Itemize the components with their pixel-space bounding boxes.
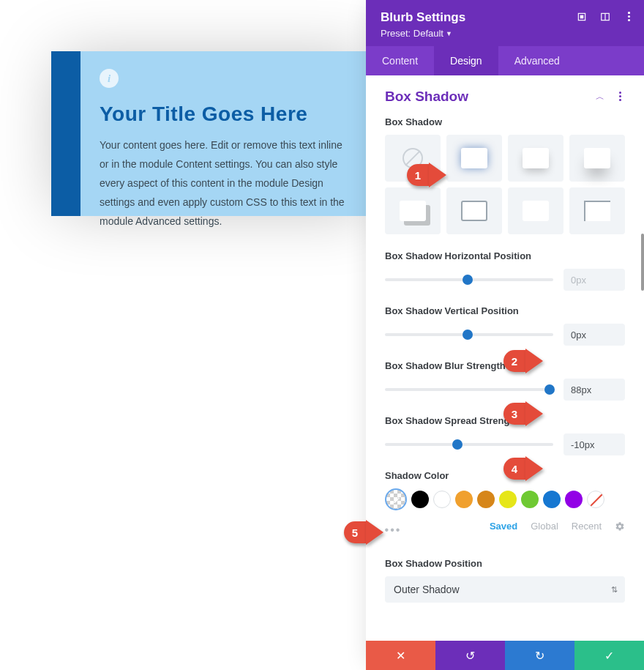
spread-label: Box Shadow Spread Strength [385, 415, 625, 426]
panel-tabs: Content Design Advanced [366, 46, 644, 75]
shadow-position-select[interactable] [385, 576, 625, 603]
tab-content[interactable]: Content [366, 46, 434, 75]
color-tab-row: Saved Global Recent [490, 521, 625, 532]
panel-header: Blurb Settings Preset: Default ▼ [366, 0, 644, 46]
horiz-pos-slider[interactable] [385, 278, 553, 281]
section-kebab-icon[interactable] [615, 92, 625, 102]
blurb-module[interactable]: Your Title Goes Here Your content goes h… [51, 51, 377, 216]
shadow-position-label: Box Shadow Position [385, 558, 625, 569]
shadow-option-2[interactable] [508, 135, 564, 182]
kebab-menu-icon[interactable] [624, 12, 634, 22]
tab-advanced[interactable]: Advanced [498, 46, 576, 75]
shadow-option-7[interactable] [569, 187, 625, 234]
tab-design[interactable]: Design [434, 46, 498, 75]
confirm-button[interactable]: ✓ [574, 641, 644, 670]
blurb-text[interactable]: Your content goes here. Edit or remove t… [100, 136, 353, 231]
redo-button[interactable]: ↻ [505, 641, 574, 670]
undo-icon: ↺ [465, 649, 475, 663]
panel-footer: ✕ ↺ ↻ ✓ [366, 641, 644, 670]
caret-down-icon: ▼ [446, 30, 452, 37]
blur-input[interactable] [564, 379, 625, 401]
panel-body: Box Shadow ︿ Box Shadow Box Shadow Horiz… [366, 75, 644, 641]
swatch-none[interactable] [587, 491, 604, 508]
shadow-option-3[interactable] [569, 135, 625, 182]
slider-thumb[interactable] [452, 439, 463, 450]
scrollbar-thumb[interactable] [641, 234, 644, 291]
vert-pos-input[interactable] [564, 324, 625, 346]
blur-slider[interactable] [385, 388, 553, 391]
svg-rect-1 [580, 15, 583, 18]
swatch-green[interactable] [521, 491, 539, 508]
gear-icon[interactable] [615, 521, 625, 532]
blurb-title[interactable]: Your Title Goes Here [100, 103, 353, 126]
expand-icon[interactable] [577, 12, 587, 22]
swatch-blue[interactable] [543, 491, 561, 508]
blurb-accent-stripe [51, 51, 80, 216]
close-button[interactable]: ✕ [366, 641, 435, 670]
slider-thumb[interactable] [544, 384, 555, 395]
shadow-option-6[interactable] [508, 187, 564, 234]
slider-thumb[interactable] [463, 275, 473, 285]
columns-icon[interactable] [600, 12, 610, 22]
shadow-style-grid [385, 135, 625, 234]
horiz-pos-label: Box Shadow Horizontal Position [385, 250, 625, 261]
color-tab-saved[interactable]: Saved [490, 521, 517, 532]
box-shadow-label: Box Shadow [385, 116, 625, 127]
swatch-purple[interactable] [565, 491, 583, 508]
callout-badge: 5 [344, 521, 366, 543]
vert-pos-label: Box Shadow Vertical Position [385, 305, 625, 316]
swatch-amber[interactable] [477, 491, 495, 508]
color-tab-global[interactable]: Global [531, 521, 558, 532]
blurb-body: Your Title Goes Here Your content goes h… [80, 51, 377, 216]
spread-slider[interactable] [385, 443, 553, 446]
shadow-option-4[interactable] [385, 187, 441, 234]
shadow-option-none[interactable] [385, 135, 441, 182]
undo-button[interactable]: ↺ [435, 641, 505, 670]
info-icon [100, 69, 119, 88]
swatch-transparent[interactable] [385, 488, 407, 510]
shadow-color-label: Shadow Color [385, 470, 625, 481]
settings-panel: Blurb Settings Preset: Default ▼ Content… [366, 0, 644, 670]
color-tab-recent[interactable]: Recent [572, 521, 602, 532]
shadow-color-swatches [385, 488, 625, 510]
redo-icon: ↻ [535, 649, 544, 663]
preset-label: Preset: Default [381, 28, 443, 39]
blur-label: Box Shadow Blur Strength [385, 360, 625, 371]
swatch-black[interactable] [411, 491, 429, 508]
close-icon: ✕ [396, 649, 405, 663]
section-title[interactable]: Box Shadow [385, 89, 468, 105]
swatch-orange[interactable] [455, 491, 473, 508]
swatch-white[interactable] [433, 491, 451, 508]
preview-canvas: Your Title Goes Here Your content goes h… [51, 51, 377, 216]
swatch-more-icon[interactable]: ••• [382, 524, 404, 537]
shadow-option-1[interactable] [446, 135, 502, 182]
preset-selector[interactable]: Preset: Default ▼ [381, 28, 629, 39]
horiz-pos-input[interactable] [564, 269, 625, 291]
confirm-icon: ✓ [604, 649, 614, 663]
vert-pos-slider[interactable] [385, 333, 553, 336]
collapse-toggle-icon[interactable]: ︿ [596, 91, 604, 103]
slider-thumb[interactable] [463, 330, 473, 340]
shadow-option-5[interactable] [446, 187, 502, 234]
spread-input[interactable] [564, 433, 625, 455]
swatch-yellow[interactable] [499, 491, 517, 508]
